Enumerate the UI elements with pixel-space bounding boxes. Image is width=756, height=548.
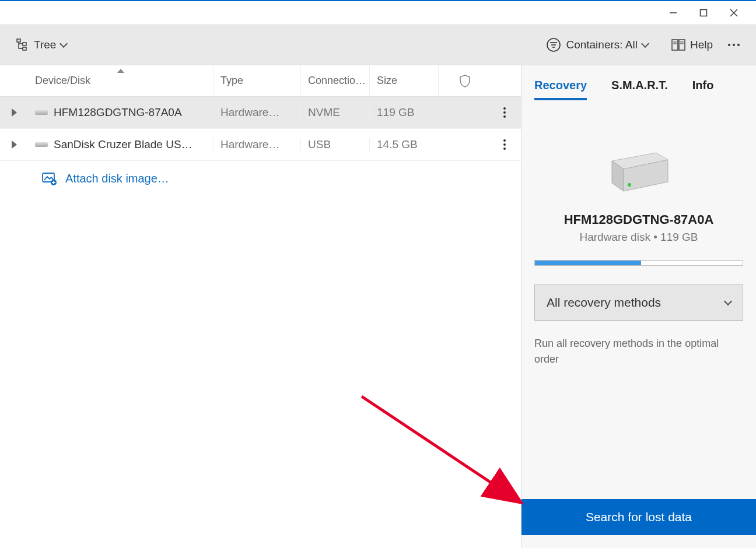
svg-rect-4	[17, 39, 20, 42]
expand-icon[interactable]	[12, 140, 17, 149]
chevron-down-icon	[724, 297, 732, 305]
recovery-method-dropdown[interactable]: All recovery methods	[534, 284, 743, 321]
window-controls	[0, 0, 756, 24]
filter-icon	[546, 37, 561, 52]
more-menu-button[interactable]	[726, 40, 742, 50]
tab-smart[interactable]: S.M.A.R.T.	[611, 79, 668, 100]
help-button[interactable]: Help	[669, 35, 715, 55]
column-header-protection[interactable]	[439, 65, 491, 96]
attach-image-icon	[42, 171, 57, 185]
tree-icon	[16, 38, 29, 51]
expand-icon[interactable]	[12, 108, 17, 117]
device-name: HFM128GDGTNG-87A0A	[54, 106, 182, 119]
tab-info[interactable]: Info	[692, 79, 714, 100]
column-header-size[interactable]: Size	[370, 65, 439, 96]
containers-filter-dropdown[interactable]: Containers: All	[544, 34, 650, 56]
chevron-down-icon	[60, 39, 68, 47]
minimize-button[interactable]	[658, 1, 688, 24]
svg-rect-1	[701, 10, 707, 16]
device-name: SanDisk Cruzer Blade US…	[54, 138, 192, 151]
tab-recovery[interactable]: Recovery	[534, 79, 587, 100]
column-header-device[interactable]: Device/Disk	[28, 65, 214, 96]
toolbar: Tree Containers: All Help	[0, 24, 756, 65]
row-actions-button[interactable]	[491, 139, 518, 150]
containers-label: Containers: All	[566, 38, 638, 51]
ellipsis-icon	[728, 44, 740, 46]
svg-rect-5	[23, 43, 26, 45]
disk-icon	[35, 142, 48, 147]
svg-point-24	[628, 183, 631, 187]
table-row[interactable]: HFM128GDGTNG-87A0A Hardware… NVME 119 GB	[0, 97, 521, 129]
attach-disk-image-link[interactable]: Attach disk image…	[0, 161, 521, 196]
column-header-type[interactable]: Type	[214, 65, 301, 96]
row-actions-button[interactable]	[491, 107, 518, 118]
column-header-connection[interactable]: Connectio…	[301, 65, 370, 96]
detail-tabs: Recovery S.M.A.R.T. Info	[522, 65, 756, 100]
close-button[interactable]	[719, 1, 749, 24]
usage-bar	[534, 260, 743, 266]
svg-rect-6	[23, 47, 26, 50]
detail-pane: Recovery S.M.A.R.T. Info HFM128GDGTNG-87…	[522, 65, 756, 548]
drive-subtitle: Hardware disk • 119 GB	[534, 231, 743, 244]
method-label: All recovery methods	[547, 296, 661, 310]
maximize-button[interactable]	[688, 1, 719, 24]
search-for-lost-data-button[interactable]: Search for lost data	[522, 499, 756, 535]
help-label: Help	[690, 38, 713, 51]
sort-ascending-icon	[117, 69, 124, 73]
kebab-icon	[503, 107, 506, 118]
view-mode-label: Tree	[34, 38, 56, 51]
view-mode-dropdown[interactable]: Tree	[14, 35, 69, 55]
disk-icon	[35, 110, 48, 115]
table-row[interactable]: SanDisk Cruzer Blade US… Hardware… USB 1…	[0, 129, 521, 161]
help-icon	[671, 39, 685, 51]
usage-fill	[535, 261, 641, 265]
svg-rect-11	[672, 40, 678, 50]
drive-illustration	[604, 149, 674, 198]
kebab-icon	[503, 139, 506, 150]
chevron-down-icon	[641, 39, 649, 47]
svg-rect-12	[679, 40, 685, 50]
device-list-pane: Device/Disk Type Connectio… Size HFM128G…	[0, 65, 522, 548]
drive-title: HFM128GDGTNG-87A0A	[534, 212, 743, 227]
table-header: Device/Disk Type Connectio… Size	[0, 65, 521, 97]
attach-label: Attach disk image…	[65, 172, 169, 185]
shield-icon	[459, 75, 471, 87]
method-description: Run all recovery methods in the optimal …	[534, 336, 743, 367]
